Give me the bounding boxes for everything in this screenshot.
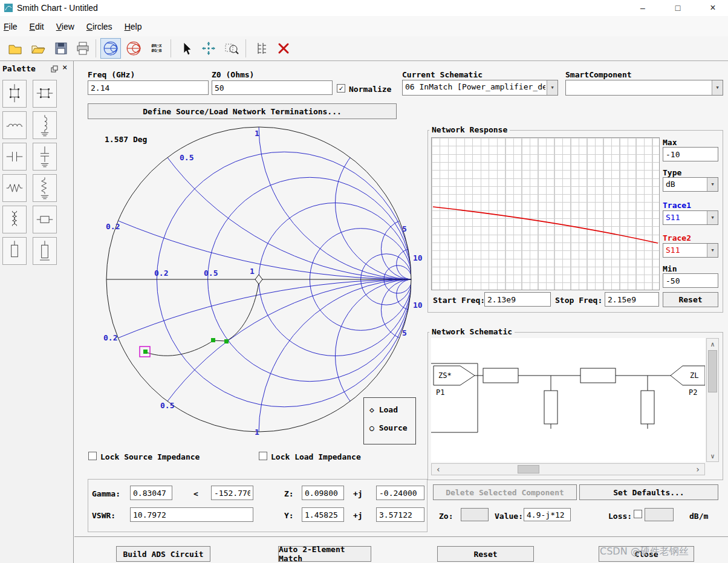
current-schematic-select[interactable]: 06 InMatch [Power_amplifier_de: ▼ [402,80,558,96]
palette-series-network-button[interactable] [33,80,57,108]
stop-freq-input[interactable] [605,292,659,307]
maximize-button[interactable]: □ [664,0,692,16]
z0-input[interactable] [212,80,333,95]
minimize-button[interactable]: – [629,0,657,16]
pointer-button[interactable] [175,38,196,59]
open-button[interactable] [28,38,48,59]
toolbar-separator [171,39,171,57]
lock-source-checkbox[interactable] [88,452,97,460]
set-defaults-button[interactable]: Set Defaults... [579,484,718,500]
gamma-mag-input[interactable] [130,486,172,500]
smith-chart-canvas[interactable]: 1.587 Deg 1 0.5 0.2 0.2 0.5 1 5 10 10 5 … [88,125,427,446]
value-input[interactable] [524,508,571,521]
response-reset-button[interactable]: Reset [663,292,718,307]
marker-legend: ◇ Load ○ Source [363,397,416,444]
network-response-title: Network Response [429,125,510,134]
vscroll-thumb[interactable] [708,350,717,392]
zoom-button[interactable] [221,38,242,59]
menu-file[interactable]: File [4,22,18,31]
delete-selected-component-button[interactable]: Delete Selected Component [433,484,577,500]
zo-input[interactable] [461,508,489,521]
y-real-input[interactable] [302,507,344,522]
schematic-canvas[interactable]: ZS* P1 ZL P2 [431,338,705,462]
bottom-reset-button[interactable]: Reset [437,546,534,562]
lock-load-checkbox[interactable] [259,452,267,460]
plus-j-label: +j [353,489,363,498]
palette-series-capacitor-button[interactable] [2,143,27,171]
loss-input[interactable] [645,508,674,521]
palette-series-inductor-button[interactable] [2,111,27,139]
scroll-right-icon[interactable]: › [694,464,702,475]
stop-freq-label: Stop Freq: [555,296,602,305]
gamma-angle-input[interactable] [211,486,253,500]
build-ads-circuit-button[interactable]: Build ADS Circuit [116,546,210,562]
smart-component-label: SmartComponent [565,70,632,79]
close-window-button[interactable]: × [699,0,727,16]
max-input[interactable] [663,147,718,161]
scroll-down-icon[interactable]: ∨ [707,452,718,460]
center-diamond-marker[interactable] [255,275,262,284]
transformer-icon [5,207,24,232]
menu-view[interactable]: View [56,22,74,31]
palette-title: Palette [2,64,36,73]
chevron-down-icon: ▼ [707,244,718,257]
move-icon [201,41,216,56]
move-point-button[interactable] [198,38,219,59]
chevron-down-icon: ▼ [712,80,723,95]
palette-short-stub-button[interactable] [33,237,57,265]
palette-series-tline-button[interactable] [33,206,57,233]
series-tline-icon [36,207,54,232]
palette-shunt-capacitor-button[interactable] [33,143,57,171]
schematic-vscrollbar[interactable]: ∧ ∨ [706,338,719,462]
define-terminations-button[interactable]: Define Source/Load Network Terminations.… [88,103,397,119]
palette-shunt-inductor-button[interactable] [33,111,57,139]
menu-circles[interactable]: Circles [86,22,112,31]
palette-transformer-button[interactable] [2,206,27,233]
normalize-checkbox[interactable]: ✓ [337,84,345,93]
palette-series-resistor-button[interactable] [2,174,27,202]
tune-button[interactable] [250,38,271,59]
min-input[interactable] [663,273,718,288]
scroll-left-icon[interactable]: ‹ [434,464,443,475]
scroll-up-icon[interactable]: ∧ [707,340,718,348]
delete-x-icon [276,41,291,56]
source-radio[interactable]: ○ Source [369,423,408,432]
gamma-label: Gamma: [92,489,120,498]
freq-input[interactable] [88,80,209,95]
palette-open-stub-button[interactable] [2,237,27,265]
smith-chart-tool-button[interactable] [100,38,121,59]
min-label: Min [663,264,677,273]
menu-edit[interactable]: Edit [30,22,44,31]
trace2-select[interactable]: S11 ▼ [663,243,718,258]
menu-help[interactable]: Help [125,22,142,31]
hscroll-thumb[interactable] [518,465,539,474]
vswr-input[interactable] [130,507,253,522]
app-icon [4,4,13,12]
new-button[interactable] [5,38,25,59]
match-point-marker[interactable] [211,338,215,342]
smith-chart-icon [103,41,119,56]
z-real-input[interactable] [302,486,344,500]
trace1-select[interactable]: S11 ▼ [663,210,718,225]
delete-button[interactable] [273,38,294,59]
print-button[interactable] [73,38,93,59]
smith-chart-alt-button[interactable] [123,38,144,59]
load-point-marker[interactable] [143,350,148,354]
palette-float-icon[interactable] [51,65,58,73]
start-freq-input[interactable] [484,292,551,307]
type-select[interactable]: dB ▼ [663,177,718,192]
marker-format-button[interactable]: ØR□XØG□B [146,38,167,59]
smart-component-select[interactable]: ▼ [565,80,723,96]
schematic-hscrollbar[interactable]: ‹ › [431,463,705,475]
palette-close-icon[interactable]: × [62,62,67,72]
palette-shunt-resistor-button[interactable] [33,174,57,202]
palette-shunt-network-button[interactable] [2,80,27,108]
z-imag-input[interactable] [376,486,424,500]
match-point-marker[interactable] [224,339,229,343]
auto-match-button[interactable]: Auto 2-Element Match [278,546,371,562]
y-imag-input[interactable] [376,507,424,522]
lock-load-label: Lock Load Impedance [271,452,361,461]
save-button[interactable] [51,38,71,59]
loss-checkbox[interactable] [634,510,642,518]
load-radio[interactable]: ◇ Load [369,405,398,414]
